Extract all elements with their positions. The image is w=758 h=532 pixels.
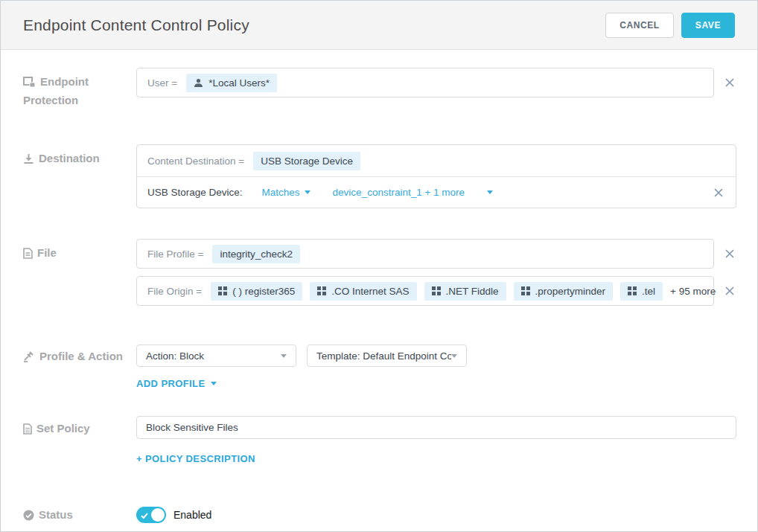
- chevron-down-icon: [211, 382, 217, 385]
- set-policy-label: Set Policy: [23, 416, 136, 465]
- content-destination-field-label: Content Destination =: [147, 156, 244, 167]
- add-profile-button[interactable]: ADD PROFILE: [136, 378, 217, 389]
- chevron-down-icon: [305, 190, 310, 194]
- status-toggle-label: Enabled: [173, 509, 211, 521]
- policy-form: Endpoint Protection User = *Local Users*: [1, 50, 757, 525]
- file-origin-chip-label: .tel: [642, 286, 655, 297]
- destination-label-text: Destination: [39, 152, 100, 164]
- policy-editor-page: Endpoint Content Control Policy CANCEL S…: [0, 0, 758, 532]
- constraint-prefix: USB Storage Device:: [147, 187, 243, 198]
- section-profile-action: Profile & Action Action: Block Template:…: [23, 344, 736, 390]
- destination-criteria-box: Content Destination = USB Storage Device…: [136, 144, 736, 208]
- status-label-text: Status: [39, 508, 73, 521]
- file-origin-more-count[interactable]: + 95 more: [670, 286, 716, 297]
- file-origin-chip[interactable]: .propertyminder: [514, 282, 614, 301]
- constraint-value-dropdown[interactable]: device_constraint_1 + 1 more: [333, 187, 465, 198]
- policy-description-label: + POLICY DESCRIPTION: [136, 453, 255, 464]
- document-icon: [23, 423, 32, 439]
- file-profile-box[interactable]: File Profile = integrity_check2: [136, 239, 714, 269]
- user-criteria-box[interactable]: User = *Local Users*: [136, 68, 714, 97]
- file-profile-chip[interactable]: integrity_check2: [212, 245, 300, 263]
- remove-constraint-row-button[interactable]: [712, 186, 725, 199]
- cancel-button[interactable]: CANCEL: [605, 13, 674, 38]
- file-origin-chip[interactable]: .tel: [620, 282, 663, 301]
- action-dropdown[interactable]: Action: Block: [136, 344, 296, 367]
- devices-icon: [23, 76, 36, 92]
- page-header: Endpoint Content Control Policy CANCEL S…: [1, 1, 757, 50]
- add-policy-description-button[interactable]: + POLICY DESCRIPTION: [136, 453, 255, 464]
- template-dropdown[interactable]: Template: Default Endpoint Co: [307, 344, 467, 367]
- file-origin-chip-label: .propertyminder: [535, 286, 606, 297]
- app-grid-icon: [628, 286, 637, 295]
- file-origin-chip[interactable]: .NET Fiddle: [424, 282, 506, 301]
- set-policy-label-text: Set Policy: [36, 422, 90, 435]
- file-icon: [23, 247, 33, 263]
- content-destination-row[interactable]: Content Destination = USB Storage Device: [137, 145, 736, 176]
- profile-action-label-text: Profile & Action: [39, 350, 123, 362]
- remove-file-profile-button[interactable]: [723, 247, 736, 260]
- section-endpoint-protection: Endpoint Protection User = *Local Users*: [23, 68, 736, 109]
- endpoint-protection-label: Endpoint Protection: [23, 68, 136, 109]
- toggle-knob: [151, 508, 165, 522]
- destination-label: Destination: [23, 144, 136, 208]
- section-file: File File Profile = integrity_check2: [23, 239, 736, 306]
- constraint-operator-label: Matches: [262, 187, 300, 198]
- template-dropdown-value: Template: Default Endpoint Co: [316, 350, 451, 362]
- file-label-text: File: [37, 246, 57, 259]
- save-button[interactable]: SAVE: [681, 13, 735, 38]
- check-icon: [140, 510, 149, 523]
- profile-action-label: Profile & Action: [23, 344, 136, 390]
- file-label: File: [23, 239, 136, 306]
- page-title: Endpoint Content Control Policy: [23, 16, 249, 34]
- file-origin-chip-label: ( ) register365: [232, 286, 295, 297]
- file-origin-field-label: File Origin =: [147, 286, 202, 297]
- header-actions: CANCEL SAVE: [605, 13, 735, 38]
- section-set-policy: Set Policy + POLICY DESCRIPTION: [23, 416, 736, 465]
- app-grid-icon: [521, 286, 530, 295]
- file-origin-box[interactable]: File Origin = ( ) register365 .CO Intern…: [136, 276, 714, 306]
- remove-file-origin-button[interactable]: [723, 284, 736, 298]
- user-chip[interactable]: *Local Users*: [186, 74, 277, 92]
- chevron-down-icon[interactable]: [487, 190, 493, 194]
- add-profile-label: ADD PROFILE: [136, 378, 206, 389]
- user-icon: [194, 78, 203, 88]
- file-origin-chip-label: .NET Fiddle: [446, 286, 499, 297]
- app-grid-icon: [317, 286, 326, 295]
- file-origin-chip[interactable]: ( ) register365: [211, 282, 302, 301]
- section-status: Status Enabled: [23, 504, 736, 525]
- chevron-down-icon: [451, 354, 457, 358]
- status-label: Status: [23, 504, 136, 525]
- constraint-operator-dropdown[interactable]: Matches: [262, 187, 310, 198]
- app-grid-icon: [432, 286, 441, 295]
- file-origin-chip-label: .CO Internet SAS: [331, 286, 409, 297]
- file-origin-chip[interactable]: .CO Internet SAS: [310, 282, 416, 301]
- download-icon: [23, 153, 34, 169]
- user-field-label: User =: [147, 77, 177, 89]
- user-chip-label: *Local Users*: [208, 77, 270, 89]
- file-profile-field-label: File Profile =: [147, 249, 203, 260]
- action-dropdown-value: Action: Block: [146, 350, 281, 362]
- constraint-value-label: device_constraint_1 + 1 more: [333, 187, 465, 198]
- check-circle-icon: [23, 509, 34, 525]
- file-profile-chip-label: integrity_check2: [220, 249, 293, 260]
- chevron-down-icon: [281, 354, 287, 358]
- gavel-icon: [23, 350, 35, 367]
- app-grid-icon: [218, 286, 227, 295]
- remove-user-row-button[interactable]: [723, 76, 736, 89]
- section-destination: Destination Content Destination = USB St…: [23, 144, 736, 208]
- content-destination-chip-label: USB Storage Device: [261, 156, 353, 167]
- policy-name-input[interactable]: [136, 416, 736, 439]
- content-destination-chip[interactable]: USB Storage Device: [253, 152, 360, 170]
- device-constraint-row: USB Storage Device: Matches device_const…: [137, 176, 736, 208]
- status-toggle[interactable]: [136, 507, 166, 523]
